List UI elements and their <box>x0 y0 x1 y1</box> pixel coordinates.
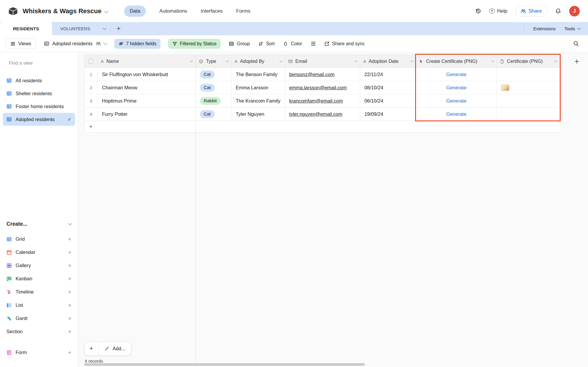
hidden-fields-button[interactable]: 7 hidden fields <box>114 39 161 49</box>
group-button[interactable]: Group <box>229 41 250 46</box>
base-title[interactable]: Whiskers & Wags Rescue <box>23 7 101 15</box>
nav-tab-forms[interactable]: Forms <box>236 8 250 14</box>
add-more-button[interactable]: Add... <box>98 346 131 351</box>
chevron-down-icon[interactable] <box>355 59 358 62</box>
certificate-attachment-thumbnail[interactable] <box>501 85 509 91</box>
column-header-create-certificate[interactable]: Create Certificate (PNG) <box>416 55 497 68</box>
generate-button[interactable]: Generate <box>416 81 497 94</box>
cell-adoption-date[interactable]: 08/10/24 <box>360 81 416 94</box>
cell-type[interactable]: Cat <box>196 81 232 94</box>
table-tab-residents[interactable]: RESIDENTS <box>0 22 52 35</box>
cell-certificate[interactable] <box>497 68 560 81</box>
extensions-button[interactable]: Extensions <box>533 26 556 31</box>
views-button[interactable]: Views <box>6 38 36 49</box>
filter-button[interactable]: Filtered by Status <box>168 39 221 49</box>
history-icon[interactable] <box>475 8 481 14</box>
add-icon[interactable]: + <box>68 349 71 356</box>
column-header-adoption-date[interactable]: A Adoption Date <box>360 55 416 68</box>
chevron-down-icon[interactable] <box>554 59 557 62</box>
cell-type[interactable]: Rabbit <box>196 94 232 108</box>
create-section-row[interactable]: Section+ <box>3 325 75 338</box>
create-form[interactable]: Form+ <box>3 346 75 359</box>
create-list[interactable]: List+ <box>3 299 75 312</box>
search-icon[interactable] <box>573 41 579 47</box>
generate-button[interactable]: Generate <box>416 68 497 81</box>
add-icon[interactable]: + <box>68 302 71 309</box>
chevron-down-icon[interactable] <box>190 59 193 62</box>
airtable-logo-icon[interactable] <box>8 7 18 15</box>
cell-certificate[interactable] <box>497 94 560 108</box>
cell-adopted-by[interactable]: The Benson Family <box>232 68 285 81</box>
cell-adoption-date[interactable]: 06/10/24 <box>360 94 416 108</box>
create-gallery[interactable]: Gallery+ <box>3 259 75 272</box>
cell-email[interactable]: krancomfam@email.com <box>285 94 360 108</box>
table-list-chevron-icon[interactable] <box>98 22 111 35</box>
add-icon[interactable]: + <box>68 328 71 335</box>
cell-adoption-date[interactable]: 19/09/24 <box>360 108 416 121</box>
column-header-type[interactable]: Type <box>196 55 232 68</box>
cell-certificate[interactable] <box>497 108 560 121</box>
chevron-down-icon[interactable] <box>226 59 229 62</box>
view-item-shelter-residents[interactable]: Shelter residents <box>3 87 75 100</box>
chevron-down-icon[interactable] <box>279 59 282 62</box>
create-header[interactable]: Create... <box>6 221 71 227</box>
add-icon[interactable]: + <box>68 249 71 256</box>
generate-button[interactable]: Generate <box>416 108 497 121</box>
user-avatar[interactable]: J <box>569 6 580 16</box>
share-button[interactable]: Share <box>515 6 547 17</box>
cell-name[interactable]: Sir Fluffington von Whiskerbutt <box>98 68 196 81</box>
create-grid[interactable]: Grid+ <box>3 232 75 246</box>
add-icon[interactable]: + <box>68 275 71 282</box>
add-record-plus-button[interactable]: + <box>84 342 98 355</box>
row-number[interactable]: 3 <box>84 94 98 108</box>
row-number[interactable]: 1 <box>84 68 98 81</box>
view-item-foster-home-residents[interactable]: Foster home residents <box>3 100 75 113</box>
row-number[interactable]: 2 <box>84 81 98 94</box>
cell-adopted-by[interactable]: Tyler Nguyen <box>232 108 285 121</box>
create-timeline[interactable]: Timeline+ <box>3 285 75 299</box>
help-button[interactable]: ? Help <box>489 8 507 14</box>
chevron-down-icon[interactable] <box>491 59 494 62</box>
sort-button[interactable]: Sort <box>258 41 275 46</box>
cell-certificate[interactable] <box>497 81 560 94</box>
current-view[interactable]: Adopted residents <box>44 41 107 47</box>
nav-tab-data[interactable]: Data <box>124 6 146 17</box>
chevron-down-icon[interactable] <box>410 59 413 62</box>
cell-adoption-date[interactable]: 22/11/24 <box>360 68 416 81</box>
horizontal-scrollbar[interactable] <box>84 363 365 366</box>
view-item-all-residents[interactable]: All residents <box>3 74 75 87</box>
row-height-button[interactable] <box>310 41 316 46</box>
create-calendar[interactable]: Calendar+ <box>3 246 75 259</box>
add-field-button[interactable]: + <box>574 57 579 66</box>
cell-email[interactable]: bensonz@email.com <box>285 68 360 81</box>
add-icon[interactable]: + <box>68 315 71 322</box>
color-button[interactable]: Color <box>283 41 302 46</box>
column-header-email[interactable]: Email <box>285 55 360 68</box>
create-gantt[interactable]: Gantt+ <box>3 312 75 325</box>
column-header-adopted-by[interactable]: A Adopted By <box>232 55 285 68</box>
nav-tab-automations[interactable]: Automations <box>159 8 187 14</box>
tools-button[interactable]: Tools <box>564 26 580 31</box>
generate-button[interactable]: Generate <box>416 94 497 108</box>
add-table-button[interactable]: + <box>111 22 126 35</box>
cell-type[interactable]: Cat <box>196 108 232 121</box>
cell-adopted-by[interactable]: Emma Larsson <box>232 81 285 94</box>
add-icon[interactable]: + <box>68 289 71 296</box>
nav-tab-interfaces[interactable]: Interfaces <box>201 8 223 14</box>
cell-type[interactable]: Cat <box>196 68 232 81</box>
cell-email[interactable]: tyler.nguyen@email.com <box>285 108 360 121</box>
add-row-button[interactable]: + <box>84 121 560 133</box>
create-kanban[interactable]: Kanban+ <box>3 272 75 285</box>
select-all-checkbox[interactable] <box>88 59 93 64</box>
add-icon[interactable]: + <box>68 262 71 269</box>
row-number[interactable]: 4 <box>84 108 98 121</box>
view-item-adopted-residents[interactable]: Adopted residents ✓ <box>3 113 75 126</box>
cell-name[interactable]: Hoptimus Prime <box>98 94 196 108</box>
notifications-bell-icon[interactable] <box>555 8 561 14</box>
column-header-name[interactable]: A Name <box>98 55 196 68</box>
table-tab-volunteers[interactable]: VOLUNTEERS <box>52 22 98 35</box>
share-and-sync-button[interactable]: Share and sync <box>324 41 365 46</box>
add-icon[interactable]: + <box>68 236 71 243</box>
cell-email[interactable]: emma.larsson@email.com <box>285 81 360 94</box>
cell-name[interactable]: Furry Potter <box>98 108 196 121</box>
